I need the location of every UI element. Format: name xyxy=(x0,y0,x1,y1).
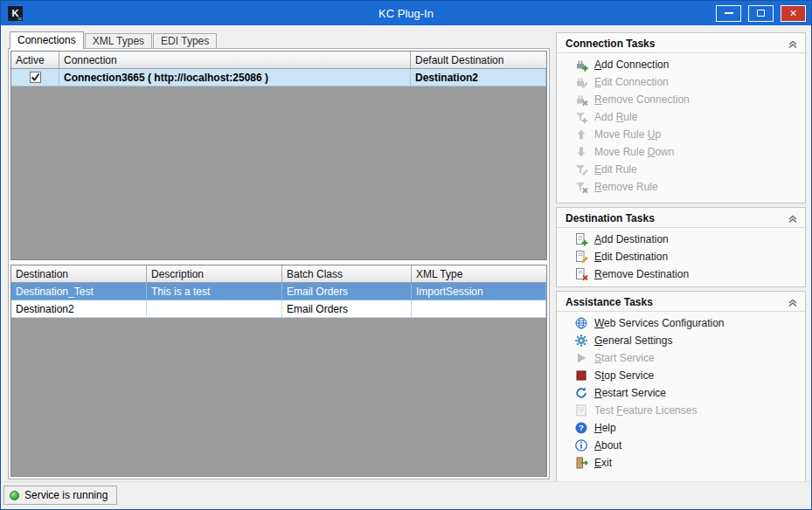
edit-connection-button: Edit Connection xyxy=(557,73,805,91)
description-cell[interactable] xyxy=(147,300,282,318)
add-destination-icon xyxy=(574,232,588,246)
edit-connection-icon xyxy=(574,75,588,89)
move-rule-down-icon xyxy=(574,145,588,159)
task-label: Help xyxy=(594,422,616,434)
column-header-default-destination[interactable]: Default Destination xyxy=(411,52,546,69)
help-button[interactable]: ? Help xyxy=(557,419,805,437)
batch-class-cell[interactable]: Email Orders xyxy=(282,300,412,318)
stop-service-button[interactable]: Stop Service xyxy=(557,367,805,384)
destinations-grid-empty-area xyxy=(11,318,546,476)
collapse-destination-tasks-button[interactable] xyxy=(788,214,798,224)
tab-page-connections: Active Connection Default Destination Co… xyxy=(8,48,550,479)
task-panel: Connection Tasks Add Connection Edit Con… xyxy=(556,32,806,482)
xml-type-cell[interactable]: ImportSession xyxy=(412,283,546,300)
task-label: Edit Destination xyxy=(594,251,668,263)
active-checkbox[interactable] xyxy=(30,72,41,83)
web-services-configuration-button[interactable]: Web Services Configuration xyxy=(557,314,805,332)
service-running-icon xyxy=(10,491,19,500)
window-title: KC Plug-In xyxy=(1,7,811,20)
destination-tasks-items: Add Destination Edit Destination Remove … xyxy=(557,228,805,283)
batch-class-cell[interactable]: Email Orders xyxy=(282,283,412,300)
add-connection-button[interactable]: Add Connection xyxy=(557,56,805,73)
task-label: Move Rule Down xyxy=(594,146,674,158)
column-header-batch-class[interactable]: Batch Class xyxy=(282,265,412,283)
task-label: Move Rule Up xyxy=(594,128,661,141)
default-destination-cell[interactable]: Destination2 xyxy=(411,69,546,86)
tab-strip: Connections XML Types EDI Types xyxy=(8,31,550,48)
chevron-up-icon xyxy=(788,298,798,307)
svg-text:?: ? xyxy=(579,423,584,432)
destinations-grid-header: Destination Description Batch Class XML … xyxy=(11,265,546,283)
remove-connection-icon xyxy=(574,93,588,107)
edit-destination-button[interactable]: Edit Destination xyxy=(557,248,805,265)
status-bar: Service is running xyxy=(1,481,811,509)
tab-connections[interactable]: Connections xyxy=(10,31,84,49)
add-connection-icon xyxy=(574,58,588,72)
help-icon: ? xyxy=(574,421,588,435)
edit-destination-icon xyxy=(574,250,588,264)
connections-grid: Active Connection Default Destination Co… xyxy=(10,51,547,260)
column-header-destination[interactable]: Destination xyxy=(11,265,147,283)
task-label: Restart Service xyxy=(594,387,666,399)
title-bar[interactable]: K ic KC Plug-In × xyxy=(1,1,811,25)
maximize-button[interactable] xyxy=(748,5,774,22)
task-label: Exit xyxy=(594,457,612,469)
minimize-button[interactable] xyxy=(716,5,741,22)
exit-icon xyxy=(574,456,588,470)
connection-tasks-header: Connection Tasks xyxy=(557,33,805,53)
destination-tasks-group: Destination Tasks Add Destination Edit D… xyxy=(556,207,806,287)
status-text: Service is running xyxy=(24,489,108,501)
column-header-description[interactable]: Description xyxy=(147,265,282,283)
app-logo-icon: K ic xyxy=(8,6,23,21)
connection-row: Connection3665 ( http://localhost:25086 … xyxy=(11,69,546,86)
destination-cell[interactable]: Destination2 xyxy=(11,300,147,318)
add-destination-button[interactable]: Add Destination xyxy=(557,231,805,248)
assistance-tasks-title: Assistance Tasks xyxy=(566,296,653,308)
active-cell[interactable] xyxy=(11,69,59,86)
exit-button[interactable]: Exit xyxy=(557,454,805,472)
task-label: Web Services Configuration xyxy=(594,317,725,329)
connection-cell[interactable]: Connection3665 ( http://localhost:25086 … xyxy=(59,69,411,86)
assistance-tasks-items: Web Services Configuration General Setti… xyxy=(557,312,805,472)
task-label: General Settings xyxy=(594,334,672,347)
destination-row-selected: Destination_Test This is a test Email Or… xyxy=(11,283,546,300)
collapse-assistance-tasks-button[interactable] xyxy=(788,298,798,307)
column-header-active[interactable]: Active xyxy=(11,52,59,69)
task-label: Remove Rule xyxy=(594,181,658,193)
connection-tasks-group: Connection Tasks Add Connection Edit Con… xyxy=(556,32,806,203)
stop-service-icon xyxy=(574,369,588,382)
start-service-button: Start Service xyxy=(557,349,805,367)
destination-cell[interactable]: Destination_Test xyxy=(11,283,147,300)
about-icon xyxy=(574,438,588,452)
connections-grid-header: Active Connection Default Destination xyxy=(11,52,546,69)
minimize-icon xyxy=(725,12,733,14)
task-label: Test Feature Licenses xyxy=(594,404,697,417)
restart-service-button[interactable]: Restart Service xyxy=(557,384,805,402)
column-header-xml-type[interactable]: XML Type xyxy=(412,265,546,283)
general-settings-icon xyxy=(574,334,588,348)
add-rule-icon xyxy=(574,110,588,124)
description-cell[interactable]: This is a test xyxy=(147,283,282,300)
add-rule-button: Add Rule xyxy=(557,108,805,126)
remove-rule-icon xyxy=(574,180,588,194)
test-feature-licenses-button: Test Feature Licenses xyxy=(557,402,805,419)
xml-type-cell[interactable] xyxy=(412,300,546,318)
tab-edi-types[interactable]: EDI Types xyxy=(153,33,217,48)
main-tab-control: Connections XML Types EDI Types Active C… xyxy=(8,31,550,479)
close-button[interactable]: × xyxy=(781,5,806,22)
status-panel: Service is running xyxy=(3,486,117,505)
collapse-connection-tasks-button[interactable] xyxy=(788,39,798,49)
about-button[interactable]: About xyxy=(557,437,805,454)
move-rule-up-icon xyxy=(574,128,588,141)
column-header-connection[interactable]: Connection xyxy=(59,52,411,69)
destination-tasks-header: Destination Tasks xyxy=(557,208,805,228)
remove-destination-button[interactable]: Remove Destination xyxy=(557,265,805,283)
start-service-icon xyxy=(574,351,588,365)
destination-tasks-title: Destination Tasks xyxy=(566,212,655,224)
assistance-tasks-group: Assistance Tasks Web Services Configurat… xyxy=(556,291,806,482)
remove-destination-icon xyxy=(574,267,588,281)
general-settings-button[interactable]: General Settings xyxy=(557,332,805,349)
tab-xml-types[interactable]: XML Types xyxy=(85,33,152,48)
check-icon xyxy=(31,72,40,82)
move-rule-up-button: Move Rule Up xyxy=(557,126,805,143)
